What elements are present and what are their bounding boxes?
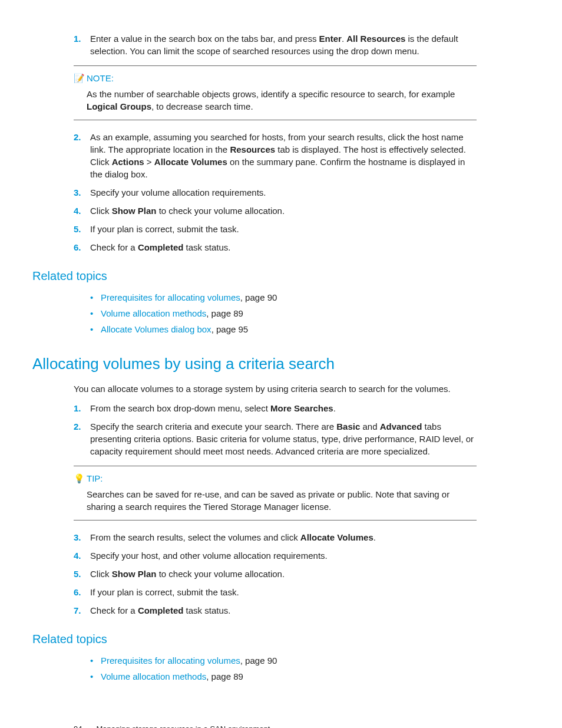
step-number: 7. [74, 604, 90, 617]
step-text: Check for a Completed task status. [90, 241, 477, 253]
step-number: 2. [74, 131, 90, 180]
step-number: 5. [74, 568, 90, 580]
step-6: 6. If your plan is correct, submit the t… [74, 586, 477, 598]
section-intro: You can allocate volumes to a storage sy… [74, 383, 477, 395]
step-number: 4. [74, 205, 90, 217]
note-callout: 📝NOTE: As the number of searchable objec… [74, 65, 477, 120]
step-number: 6. [74, 586, 90, 598]
related-topics-heading: Related topics [32, 631, 530, 647]
step-text: Check for a Completed task status. [90, 604, 477, 617]
step-6: 6. Check for a Completed task status. [74, 241, 477, 253]
step-number: 6. [74, 241, 90, 253]
tip-icon: 💡 [74, 472, 87, 485]
step-text: If your plan is correct, submit the task… [90, 223, 477, 235]
step-4: 4. Click Show Plan to check your volume … [74, 205, 477, 217]
step-number: 3. [74, 186, 90, 199]
step-text: Specify your host, and other volume allo… [90, 549, 477, 562]
related-link[interactable]: Prerequisites for allocating volumes [101, 292, 240, 302]
footer-title: Managing storage resources in a SAN envi… [96, 724, 270, 728]
section-heading: Allocating volumes by using a criteria s… [32, 353, 530, 374]
step-3: 3. From the search results, select the v… [74, 531, 477, 543]
list-item: Volume allocation methods, page 89 [90, 670, 477, 683]
list-item: Prerequisites for allocating volumes, pa… [90, 291, 477, 304]
step-text: From the search box drop-down menu, sele… [90, 402, 477, 414]
step-text: Click Show Plan to check your volume all… [90, 568, 477, 580]
note-label: NOTE: [87, 73, 114, 83]
note-header: 📝NOTE: [74, 72, 477, 84]
step-2: 2. As an example, assuming you searched … [74, 131, 477, 180]
note-icon: 📝 [74, 72, 87, 84]
related-link[interactable]: Prerequisites for allocating volumes [101, 655, 240, 666]
step-7: 7. Check for a Completed task status. [74, 604, 477, 617]
tip-body: Searches can be saved for re-use, and ca… [87, 488, 477, 513]
step-1: 1. From the search box drop-down menu, s… [74, 402, 477, 414]
list-item: Volume allocation methods, page 89 [90, 307, 477, 319]
page-footer: 94Managing storage resources in a SAN en… [32, 724, 530, 728]
step-2: 2. Specify the search criteria and execu… [74, 420, 477, 457]
step-text: From the search results, select the volu… [90, 531, 477, 543]
step-number: 5. [74, 223, 90, 235]
step-number: 4. [74, 549, 90, 562]
tip-label: TIP: [87, 473, 103, 483]
related-link[interactable]: Volume allocation methods [101, 671, 206, 681]
step-text: Enter a value in the search box on the t… [90, 32, 477, 57]
related-list: Prerequisites for allocating volumes, pa… [90, 654, 477, 683]
list-item: Allocate Volumes dialog box, page 95 [90, 323, 477, 335]
related-link[interactable]: Allocate Volumes dialog box [101, 324, 211, 334]
related-link[interactable]: Volume allocation methods [101, 308, 206, 318]
step-text: Click Show Plan to check your volume all… [90, 205, 477, 217]
step-text: Specify the search criteria and execute … [90, 420, 477, 457]
step-number: 3. [74, 531, 90, 543]
tip-header: 💡TIP: [74, 472, 477, 485]
step-1: 1. Enter a value in the search box on th… [74, 32, 477, 57]
step-4: 4. Specify your host, and other volume a… [74, 549, 477, 562]
page-number: 94 [74, 724, 82, 728]
step-text: As an example, assuming you searched for… [90, 131, 477, 180]
step-5: 5. Click Show Plan to check your volume … [74, 568, 477, 580]
step-number: 2. [74, 420, 90, 457]
note-body: As the number of searchable objects grow… [87, 88, 477, 113]
related-list: Prerequisites for allocating volumes, pa… [90, 291, 477, 335]
step-5: 5. If your plan is correct, submit the t… [74, 223, 477, 235]
step-3: 3. Specify your volume allocation requir… [74, 186, 477, 199]
step-number: 1. [74, 402, 90, 414]
step-text: If your plan is correct, submit the task… [90, 586, 477, 598]
related-topics-heading: Related topics [32, 268, 530, 284]
list-item: Prerequisites for allocating volumes, pa… [90, 654, 477, 667]
step-number: 1. [74, 32, 90, 57]
step-text: Specify your volume allocation requireme… [90, 186, 477, 199]
tip-callout: 💡TIP: Searches can be saved for re-use, … [74, 466, 477, 521]
